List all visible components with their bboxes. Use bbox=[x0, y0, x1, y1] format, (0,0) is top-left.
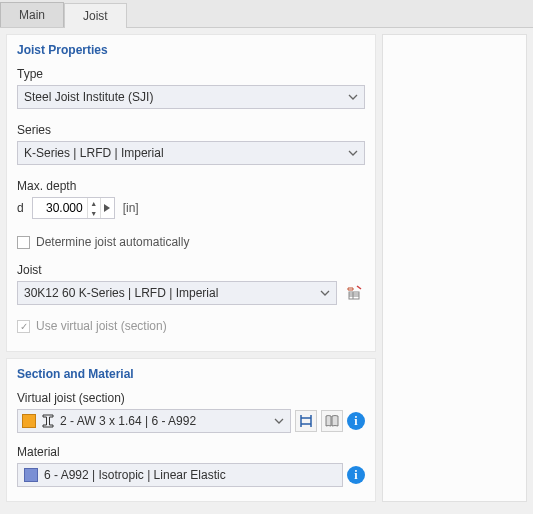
section-profile-icon bbox=[298, 413, 314, 429]
type-select[interactable]: Steel Joist Institute (SJI) bbox=[17, 85, 365, 109]
max-depth-label: Max. depth bbox=[17, 179, 365, 193]
library-icon bbox=[346, 285, 362, 301]
joist-select[interactable]: 30K12 60 K-Series | LRFD | Imperial bbox=[17, 281, 337, 305]
series-select[interactable]: K-Series | LRFD | Imperial bbox=[17, 141, 365, 165]
depth-unit: [in] bbox=[123, 201, 139, 215]
section-tool-button-2[interactable] bbox=[321, 410, 343, 432]
chevron-down-icon bbox=[348, 94, 358, 100]
chevron-down-icon bbox=[348, 150, 358, 156]
series-label: Series bbox=[17, 123, 365, 137]
section-tool-button-1[interactable] bbox=[295, 410, 317, 432]
preview-pane bbox=[382, 34, 527, 502]
material-color-swatch bbox=[24, 468, 38, 482]
tab-main[interactable]: Main bbox=[0, 2, 64, 27]
d-label: d bbox=[17, 201, 24, 215]
type-label: Type bbox=[17, 67, 365, 81]
panel-title: Section and Material bbox=[17, 367, 365, 381]
joist-label: Joist bbox=[17, 263, 365, 277]
virtual-checkbox bbox=[17, 320, 30, 333]
chevron-down-icon bbox=[274, 418, 284, 424]
material-display: 6 - A992 | Isotropic | Linear Elastic bbox=[17, 463, 343, 487]
virtual-joist-select[interactable]: 2 - AW 3 x 1.64 | 6 - A992 bbox=[17, 409, 291, 433]
type-value: Steel Joist Institute (SJI) bbox=[24, 90, 153, 104]
i-beam-icon bbox=[42, 414, 54, 428]
auto-checkbox[interactable] bbox=[17, 236, 30, 249]
tab-joist[interactable]: Joist bbox=[64, 3, 127, 28]
joist-properties-panel: Joist Properties Type Steel Joist Instit… bbox=[6, 34, 376, 352]
chevron-down-icon bbox=[320, 290, 330, 296]
spin-up-button[interactable]: ▲ bbox=[88, 198, 100, 208]
joist-value: 30K12 60 K-Series | LRFD | Imperial bbox=[24, 286, 218, 300]
material-label: Material bbox=[17, 445, 365, 459]
auto-label: Determine joist automatically bbox=[36, 235, 189, 249]
section-info-button[interactable]: i bbox=[347, 412, 365, 430]
step-play-button[interactable] bbox=[100, 198, 114, 218]
material-info-button[interactable]: i bbox=[347, 466, 365, 484]
depth-input[interactable] bbox=[33, 198, 87, 218]
section-color-swatch bbox=[22, 414, 36, 428]
vj-label: Virtual joist (section) bbox=[17, 391, 365, 405]
joist-library-button[interactable] bbox=[343, 282, 365, 304]
tab-bar: Main Joist bbox=[0, 0, 533, 28]
material-value: 6 - A992 | Isotropic | Linear Elastic bbox=[44, 468, 226, 482]
panel-title: Joist Properties bbox=[17, 43, 365, 57]
series-value: K-Series | LRFD | Imperial bbox=[24, 146, 164, 160]
spin-down-button[interactable]: ▼ bbox=[88, 208, 100, 218]
depth-input-wrapper: ▲ ▼ bbox=[32, 197, 115, 219]
virtual-label: Use virtual joist (section) bbox=[36, 319, 167, 333]
section-material-panel: Section and Material Virtual joist (sect… bbox=[6, 358, 376, 502]
book-icon bbox=[324, 413, 340, 429]
vj-value: 2 - AW 3 x 1.64 | 6 - A992 bbox=[60, 414, 196, 428]
